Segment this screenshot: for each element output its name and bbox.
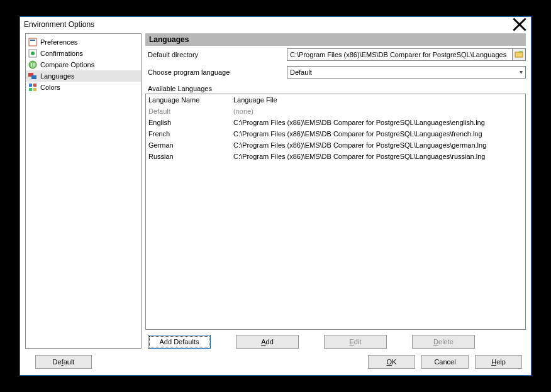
add-button[interactable]: Add [236, 335, 299, 349]
colors-icon [28, 83, 37, 92]
chevron-down-icon: ▾ [520, 68, 523, 75]
delete-button[interactable]: Delete [412, 335, 475, 349]
svg-rect-13 [515, 52, 523, 57]
svg-rect-10 [33, 84, 36, 87]
preferences-icon [28, 38, 37, 46]
compare-icon [28, 60, 37, 69]
table-header: Language Name Language File [146, 94, 525, 106]
nav-confirmations[interactable]: Confirmations [26, 48, 141, 59]
confirmations-icon [28, 49, 37, 58]
section-header: Languages [145, 33, 526, 46]
choose-lang-dropdown[interactable]: Default ▾ [287, 66, 526, 79]
nav-languages[interactable]: Languages [26, 70, 141, 82]
languages-icon [28, 72, 37, 80]
dropdown-value: Default [290, 68, 312, 76]
dialog-footer: Default OK Cancel Help [20, 349, 531, 375]
table-row[interactable]: German C:\Program Files (x86)\EMS\DB Com… [146, 139, 525, 151]
nav-label: Compare Options [40, 61, 94, 68]
browse-button[interactable] [512, 48, 526, 61]
svg-rect-12 [33, 88, 36, 91]
close-button[interactable] [512, 18, 527, 31]
nav-label: Confirmations [40, 50, 83, 57]
add-defaults-button[interactable]: Add Defaults [148, 335, 211, 349]
available-languages-label: Available Languages [145, 81, 526, 94]
cancel-button[interactable]: Cancel [421, 355, 469, 369]
help-button[interactable]: Help [475, 355, 522, 369]
col-file: Language File [233, 96, 523, 104]
nav-label: Colors [40, 84, 60, 91]
svg-rect-11 [29, 88, 32, 91]
svg-point-6 [29, 61, 36, 68]
nav-label: Languages [40, 72, 74, 80]
nav-label: Preferences [40, 38, 77, 46]
table-row[interactable]: French C:\Program Files (x86)\EMS\DB Com… [146, 128, 525, 139]
default-dir-label: Default directory [145, 51, 287, 58]
svg-rect-3 [30, 40, 35, 41]
choose-lang-label: Choose program language [145, 68, 287, 76]
col-name: Language Name [148, 96, 233, 104]
default-dir-input[interactable] [287, 48, 513, 61]
svg-rect-2 [29, 38, 36, 46]
ok-button[interactable]: OK [368, 355, 415, 369]
table-row[interactable]: Default (none) [146, 106, 525, 117]
folder-icon [515, 50, 523, 60]
languages-table[interactable]: Language Name Language File Default (non… [145, 94, 526, 330]
svg-rect-9 [29, 84, 32, 87]
titlebar: Environment Options [20, 17, 531, 32]
nav-preferences[interactable]: Preferences [26, 36, 141, 48]
svg-point-5 [31, 52, 35, 55]
nav-colors[interactable]: Colors [26, 82, 141, 93]
table-row[interactable]: Russian C:\Program Files (x86)\EMS\DB Co… [146, 151, 525, 162]
dialog-title: Environment Options [24, 20, 512, 29]
nav-tree[interactable]: Preferences Confirmations Compare Option… [25, 33, 142, 349]
dialog: Environment Options Preferences Confirma… [19, 16, 532, 376]
svg-rect-8 [31, 75, 36, 79]
default-button[interactable]: Default [35, 355, 92, 369]
nav-compare-options[interactable]: Compare Options [26, 59, 141, 70]
edit-button[interactable]: Edit [324, 335, 387, 349]
table-row[interactable]: English C:\Program Files (x86)\EMS\DB Co… [146, 117, 525, 128]
